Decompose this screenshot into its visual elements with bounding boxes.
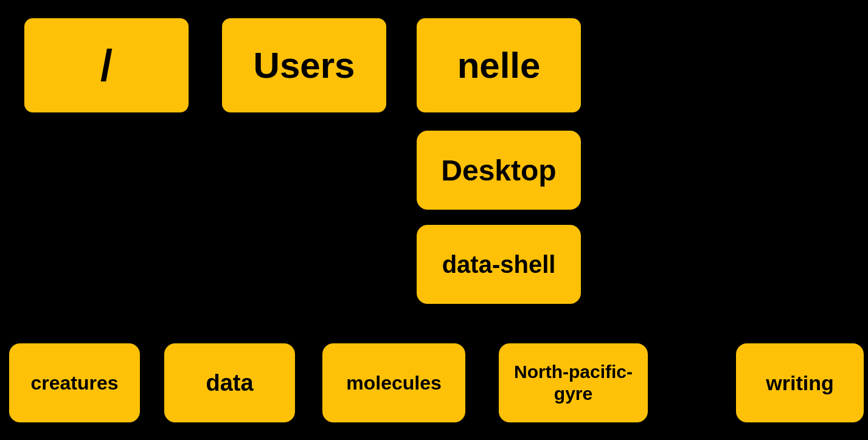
node-data-label: data: [206, 370, 253, 396]
node-north-pacific-gyre-label: North-pacific-gyre: [499, 361, 648, 405]
node-nelle-label: nelle: [457, 44, 541, 86]
node-molecules[interactable]: molecules: [322, 343, 465, 422]
filesystem-tree: / Users nelle Desktop data-shell creatur…: [0, 0, 868, 440]
node-users[interactable]: Users: [222, 18, 386, 112]
node-writing-label: writing: [766, 371, 833, 395]
node-users-label: Users: [254, 44, 355, 86]
node-north-pacific-gyre[interactable]: North-pacific-gyre: [499, 343, 648, 422]
node-desktop-label: Desktop: [441, 154, 556, 187]
node-data-shell[interactable]: data-shell: [417, 225, 581, 304]
node-desktop[interactable]: Desktop: [417, 131, 581, 210]
node-writing[interactable]: writing: [736, 343, 864, 422]
node-data[interactable]: data: [164, 343, 295, 422]
node-nelle[interactable]: nelle: [417, 18, 581, 112]
node-creatures[interactable]: creatures: [9, 343, 140, 422]
node-creatures-label: creatures: [30, 372, 118, 394]
node-data-shell-label: data-shell: [442, 251, 556, 278]
node-root-label: /: [100, 41, 113, 91]
node-molecules-label: molecules: [346, 372, 442, 394]
node-root[interactable]: /: [24, 18, 189, 112]
